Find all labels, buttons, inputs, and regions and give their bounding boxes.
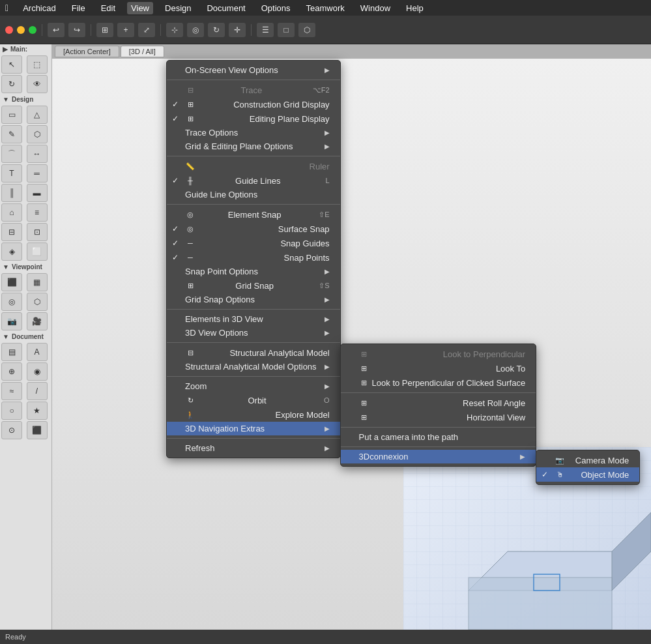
- menu-refresh[interactable]: Refresh ▶: [167, 441, 340, 455]
- shape-tool[interactable]: △: [27, 106, 48, 124]
- doc-tool-8[interactable]: ★: [27, 402, 48, 420]
- select-tool[interactable]: ⬚: [27, 55, 48, 74]
- zoom-button[interactable]: [29, 26, 36, 34]
- zone-tool[interactable]: ⬜: [27, 242, 48, 261]
- menu-zoom[interactable]: Zoom ▶: [167, 379, 340, 393]
- menubar-teamwork[interactable]: Teamwork: [302, 2, 349, 14]
- menubar-design[interactable]: Design: [161, 2, 195, 14]
- zoom-in-button[interactable]: +: [117, 23, 134, 37]
- tab-action-center[interactable]: [Action Center]: [55, 46, 119, 57]
- element-button[interactable]: □: [278, 23, 295, 37]
- construction-grid-label: Construction Grid Display: [233, 100, 329, 110]
- layer-button[interactable]: ☰: [257, 23, 274, 37]
- menu-explore-model[interactable]: 🚶 Explore Model: [167, 407, 340, 422]
- doc-tool-6[interactable]: /: [27, 382, 48, 400]
- grid-editing-arrow: ▶: [325, 143, 330, 150]
- view-cam[interactable]: ◎: [1, 293, 22, 311]
- eye-tool[interactable]: 👁: [27, 75, 48, 93]
- menu-element-snap[interactable]: ◎ Element Snap ⇧E: [167, 207, 340, 222]
- menu-snap-guides[interactable]: ✓ ─ Snap Guides: [167, 236, 340, 250]
- menu-3d-view-options[interactable]: 3D View Options ▶: [167, 326, 340, 340]
- camera-button[interactable]: ⬡: [298, 23, 315, 37]
- roof-tool[interactable]: ⌂: [1, 203, 22, 222]
- doc-tool-2[interactable]: A: [27, 343, 48, 361]
- menubar-document[interactable]: Document: [203, 2, 249, 14]
- arrow-tool[interactable]: ↖: [1, 55, 22, 74]
- doc-tool-1[interactable]: ▤: [1, 343, 22, 361]
- tab-3d-all[interactable]: [3D / All]: [121, 46, 164, 57]
- doc-tool-4[interactable]: ◉: [27, 362, 48, 381]
- menu-grid-snap-options[interactable]: Grid Snap Options ▶: [167, 293, 340, 306]
- doc-tool-7[interactable]: ○: [1, 402, 22, 420]
- menubar-archicad[interactable]: Archicad: [19, 2, 60, 14]
- wall-tool[interactable]: ▭: [1, 106, 22, 124]
- menu-reset-roll[interactable]: ⊞ Reset Roll Angle: [341, 396, 536, 410]
- menu-snap-points[interactable]: ✓ ─ Snap Points: [167, 250, 340, 265]
- text-tool[interactable]: T: [1, 164, 22, 183]
- arc-tool[interactable]: ⌒: [1, 145, 22, 163]
- doc-tool-10[interactable]: ⬛: [27, 421, 48, 439]
- view-options-button[interactable]: ⊞: [96, 23, 113, 37]
- menu-look-perp-clicked[interactable]: ⊞ Look to Perpendicular of Clicked Surfa…: [341, 375, 536, 390]
- window-tool[interactable]: ⊟: [1, 223, 22, 241]
- menubar-file[interactable]: File: [68, 2, 89, 14]
- pen-tool[interactable]: ✎: [1, 125, 22, 143]
- menu-snap-point-options[interactable]: Snap Point Options ▶: [167, 265, 340, 278]
- document-section-label: ▼ Document: [0, 332, 51, 342]
- stair-tool[interactable]: ≡: [27, 203, 48, 222]
- view-cam2[interactable]: 📷: [1, 312, 22, 330]
- menu-look-to[interactable]: ⊞ Look To: [341, 361, 536, 375]
- menu-object-mode[interactable]: ✓ 🖱 Object Mode: [536, 467, 639, 482]
- snap-points-icon: ─: [185, 252, 195, 263]
- move-button[interactable]: ✛: [229, 23, 246, 37]
- toolbar-separator-3: [160, 24, 161, 36]
- menu-grid-snap[interactable]: ⊞ Grid Snap ⇧S: [167, 278, 340, 293]
- menubar-window[interactable]: Window: [356, 2, 394, 14]
- menu-grid-editing-plane[interactable]: Grid & Editing Plane Options ▶: [167, 139, 340, 153]
- menubar-view[interactable]: View: [127, 2, 153, 14]
- menu-construction-grid[interactable]: ✓ ⊞ Construction Grid Display: [167, 97, 340, 111]
- menu-on-screen-view-options[interactable]: On-Screen View Options ▶: [167, 63, 340, 77]
- menu-surface-snap[interactable]: ✓ ◎ Surface Snap: [167, 222, 340, 236]
- menu-structural-model-options[interactable]: Structural Analytical Model Options ▶: [167, 360, 340, 373]
- doc-tool-9[interactable]: ⊙: [1, 421, 22, 439]
- redo-button[interactable]: ↪: [68, 23, 85, 37]
- menu-guide-lines[interactable]: ✓ ╫ Guide Lines L: [167, 173, 340, 188]
- obj-tool[interactable]: ◈: [1, 242, 22, 261]
- poly-tool[interactable]: ⬡: [27, 125, 48, 143]
- column-tool[interactable]: ║: [1, 184, 22, 202]
- menu-camera-mode[interactable]: 📷 Camera Mode: [536, 453, 639, 467]
- menu-3dconnexion[interactable]: 3Dconnexion ▶ 📷 Camera Mode ✓ 🖱 Ob: [341, 450, 536, 463]
- view-3d[interactable]: ⬡: [27, 293, 48, 311]
- menu-elements-3d[interactable]: Elements in 3D View ▶: [167, 312, 340, 326]
- menu-orbit[interactable]: ↻ Orbit O: [167, 393, 340, 407]
- snap-button[interactable]: ◎: [187, 23, 204, 37]
- grid-button[interactable]: ⊹: [166, 23, 183, 37]
- beam-tool[interactable]: ═: [27, 164, 48, 183]
- menu-trace-options[interactable]: Trace Options ▶: [167, 126, 340, 139]
- doc-tool-3[interactable]: ⊕: [1, 362, 22, 381]
- view-top[interactable]: ⬛: [1, 273, 22, 291]
- view-cam3[interactable]: 🎥: [27, 312, 48, 330]
- menu-camera-path[interactable]: Put a camera into the path: [341, 430, 536, 444]
- dim-tool[interactable]: ↔: [27, 145, 48, 163]
- menu-structural-model[interactable]: ⊟ Structural Analytical Model: [167, 345, 340, 360]
- view-front[interactable]: ▦: [27, 273, 48, 291]
- door-tool[interactable]: ⊡: [27, 223, 48, 241]
- menu-guide-line-options[interactable]: Guide Line Options: [167, 188, 340, 201]
- fit-button[interactable]: ⤢: [138, 23, 155, 37]
- rotate-tool[interactable]: ↻: [1, 75, 22, 93]
- minimize-button[interactable]: [17, 26, 25, 34]
- apple-icon[interactable]: : [5, 3, 8, 13]
- slab-tool[interactable]: ▬: [27, 184, 48, 202]
- menubar-help[interactable]: Help: [402, 2, 427, 14]
- rotate-button[interactable]: ↻: [208, 23, 225, 37]
- doc-tool-5[interactable]: ≈: [1, 382, 22, 400]
- menubar-edit[interactable]: Edit: [97, 2, 119, 14]
- menubar-options[interactable]: Options: [257, 2, 295, 14]
- menu-editing-plane[interactable]: ✓ ⊞ Editing Plane Display: [167, 111, 340, 126]
- menu-horizontal-view[interactable]: ⊞ Horizontal View: [341, 410, 536, 424]
- close-button[interactable]: [5, 26, 13, 34]
- undo-button[interactable]: ↩: [48, 23, 65, 37]
- menu-3d-nav-extras[interactable]: 3D Navigation Extras ▶ ⊞ Look to Perpend…: [167, 422, 340, 435]
